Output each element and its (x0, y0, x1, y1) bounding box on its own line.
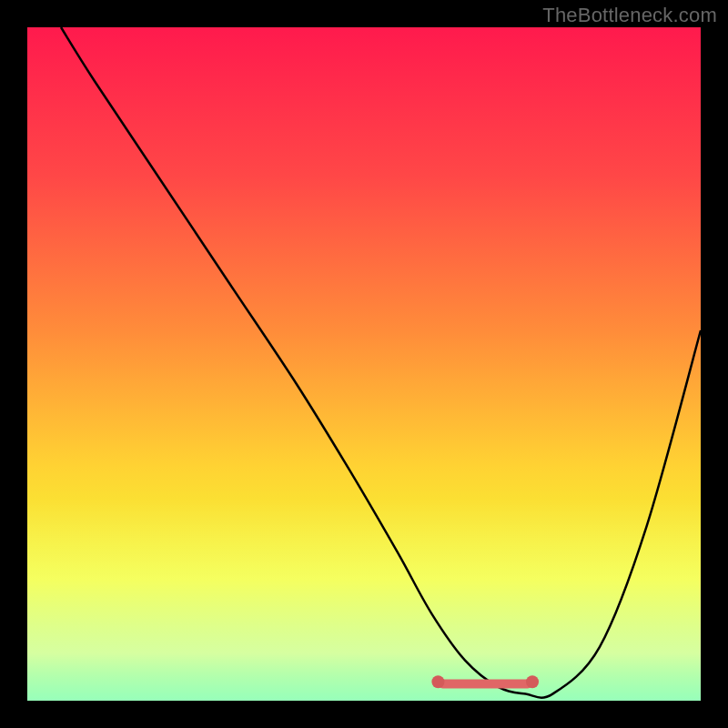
fade-overlay (27, 499, 701, 701)
optimal-band (438, 680, 532, 689)
optimal-endpoint-dot (526, 675, 539, 688)
chart-container: TheBottleneck.com (0, 0, 728, 728)
watermark-label: TheBottleneck.com (542, 4, 717, 27)
bottleneck-chart (0, 0, 728, 728)
optimal-endpoint-dot (431, 675, 444, 688)
plot-area (27, 27, 701, 701)
